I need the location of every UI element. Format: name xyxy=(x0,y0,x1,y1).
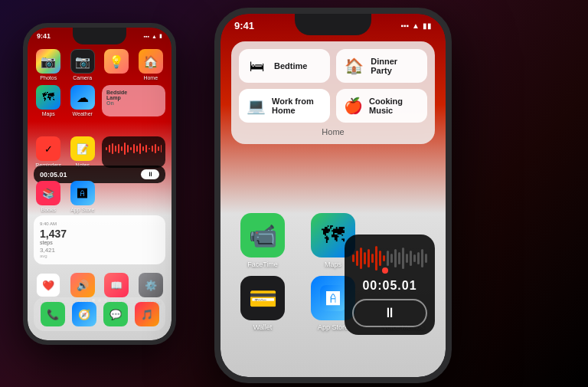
svg-rect-32 xyxy=(387,251,389,266)
list-item[interactable]: 🅰 App Store xyxy=(68,181,98,212)
list-item[interactable]: 💬 xyxy=(101,302,129,326)
app-label: Weather xyxy=(73,111,93,116)
shortcut-bedtime[interactable]: 🛏 Bedtime xyxy=(239,49,330,83)
shortcuts-grid: 🛏 Bedtime 🏠 Dinner Party 💻 Work from Hom… xyxy=(239,49,427,123)
svg-rect-35 xyxy=(398,252,400,264)
svg-rect-4 xyxy=(118,144,119,153)
small-time: 9:41 xyxy=(37,32,51,40)
large-status-icons: ▪▪▪ ▲ ▮▮ xyxy=(400,21,432,30)
list-item[interactable]: 🏠 Home xyxy=(136,49,166,80)
small-status-icons: ▪▪▪ ▲ ▮ xyxy=(144,33,162,39)
list-item[interactable]: ☁ Weather xyxy=(68,85,98,116)
photos-icon: 📷 xyxy=(36,49,60,74)
lamp-icon: 💡 xyxy=(104,49,129,74)
voice-time-large: 00:05.01 xyxy=(352,279,427,293)
svg-rect-29 xyxy=(379,251,381,266)
phone-dock-icon: 📞 xyxy=(41,302,65,326)
svg-rect-22 xyxy=(352,254,354,262)
svg-rect-15 xyxy=(152,146,153,152)
svg-rect-27 xyxy=(371,254,374,263)
home-shortcuts-widget: 🛏 Bedtime 🏠 Dinner Party 💻 Work from Hom… xyxy=(231,41,435,144)
voice-memo-large-widget[interactable]: 00:05.01 ⏸ xyxy=(345,234,435,335)
voice-waveform-large xyxy=(352,242,427,274)
svg-rect-40 xyxy=(417,252,420,264)
list-item[interactable]: 📷 Camera xyxy=(68,49,98,80)
svg-rect-38 xyxy=(410,251,412,266)
shortcut-dinner-party[interactable]: 🏠 Dinner Party xyxy=(336,49,427,83)
svg-rect-24 xyxy=(360,248,362,269)
shortcut-cooking-music[interactable]: 🍎 Cooking Music xyxy=(336,89,427,123)
svg-rect-1 xyxy=(109,145,110,153)
settings-icon: ⚙️ xyxy=(139,273,163,297)
health-time: 9:40 AM xyxy=(40,221,159,226)
shortcut-label-bedtime: Bedtime xyxy=(274,61,307,71)
shortcut-work-from-home[interactable]: 💻 Work from Home xyxy=(239,89,330,123)
svg-rect-10 xyxy=(136,146,138,152)
small-app-grid: 📷 Photos 📷 Camera 💡 🏠 Home 🗺 Maps ☁ xyxy=(34,49,165,116)
signal-icon-large: ▪▪▪ xyxy=(400,21,409,30)
svg-rect-34 xyxy=(394,249,397,267)
house-icon: 🏠 xyxy=(344,57,364,75)
battery-icon: ▮ xyxy=(159,33,162,39)
bedside-lamp-widget[interactable]: BedsideLampOn xyxy=(102,85,165,116)
health-widget-small: 9:40 AM 1,437 steps 3,421 avg xyxy=(34,215,165,264)
pause-icon-large: ⏸ xyxy=(383,305,397,321)
appstore-icon: 🅰 xyxy=(70,181,95,205)
maps-icon: 🗺 xyxy=(36,85,60,110)
svg-rect-42 xyxy=(425,254,427,263)
list-item[interactable]: 📹 FaceTime xyxy=(231,213,294,268)
signal-icon: ▪▪▪ xyxy=(144,34,149,39)
reminders-icon: ✓ xyxy=(36,136,60,161)
app-label: Home xyxy=(143,75,158,80)
svg-rect-6 xyxy=(124,143,126,155)
svg-rect-17 xyxy=(158,146,159,151)
shortcut-label-dinner: Dinner Party xyxy=(371,57,420,75)
bed-icon: 🛏 xyxy=(247,57,268,75)
list-item[interactable]: 💡 xyxy=(102,49,132,80)
list-item[interactable]: 💳 Wallet xyxy=(231,276,294,331)
library-icon: 📖 xyxy=(104,273,129,297)
list-item[interactable]: 🧭 xyxy=(70,302,98,326)
safari-dock-icon: 🧭 xyxy=(72,302,96,326)
list-item[interactable]: 📚 Books xyxy=(34,181,64,212)
large-screen: 9:41 ▪▪▪ ▲ ▮▮ 🛏 Bedtime 🏠 Dinner Party xyxy=(220,14,446,377)
svg-rect-9 xyxy=(133,144,135,153)
list-item[interactable]: 🎵 xyxy=(132,302,161,326)
svg-rect-2 xyxy=(112,143,113,154)
wallet-icon: 💳 xyxy=(240,276,285,320)
small-dock: 📞 🧭 💬 🎵 xyxy=(34,297,165,331)
svg-rect-25 xyxy=(364,252,366,264)
app-label: Maps xyxy=(42,111,55,116)
list-item[interactable]: ✓ Reminders xyxy=(34,136,64,168)
list-item[interactable]: 📞 xyxy=(38,302,67,326)
home-icon: 🏠 xyxy=(139,49,163,74)
small-notch xyxy=(73,28,126,44)
pause-button-large[interactable]: ⏸ xyxy=(352,299,427,327)
svg-rect-12 xyxy=(142,146,144,151)
svg-text:🅰: 🅰 xyxy=(326,291,340,307)
battery-icon-large: ▮▮ xyxy=(423,21,432,30)
shortcut-label-cooking: Cooking Music xyxy=(369,97,420,115)
svg-rect-36 xyxy=(402,248,404,269)
music-dock-icon: 🎵 xyxy=(135,302,159,326)
voice-memo-small-widget[interactable] xyxy=(102,136,165,168)
pause-icon-small: ⏸ xyxy=(147,171,153,178)
widget-title: BedsideLampOn xyxy=(106,90,161,106)
pause-button-small[interactable]: ⏸ xyxy=(141,169,159,179)
camera-icon: 📷 xyxy=(70,49,95,74)
app-label: Photos xyxy=(40,75,57,80)
list-item[interactable]: 📝 Notes xyxy=(68,136,98,168)
list-item[interactable]: 🗺 Maps xyxy=(34,85,64,116)
facetime-icon: 📹 xyxy=(240,213,285,257)
svg-rect-7 xyxy=(127,145,129,153)
svg-rect-16 xyxy=(155,144,156,153)
svg-rect-8 xyxy=(130,147,132,150)
health-avg-label: avg xyxy=(40,254,159,258)
svg-point-31 xyxy=(382,267,388,274)
waveform-large-svg xyxy=(352,243,427,274)
svg-rect-11 xyxy=(139,143,141,154)
shortcut-label-work: Work from Home xyxy=(272,97,322,115)
list-item[interactable]: 📷 Photos xyxy=(34,49,64,80)
svg-rect-5 xyxy=(121,146,122,151)
health-avg: 3,421 xyxy=(40,247,159,254)
